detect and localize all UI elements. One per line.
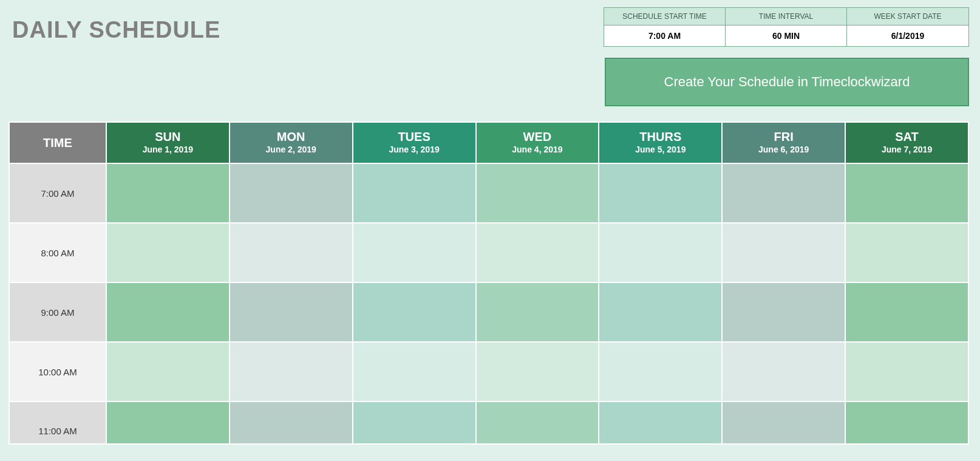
day-date: June 1, 2019: [107, 144, 229, 156]
settings-col-week-start-date: WEEK START DATE 6/1/2019: [847, 8, 968, 46]
day-abbr: FRI: [723, 129, 845, 144]
schedule-cell[interactable]: [476, 282, 599, 342]
schedule-cell[interactable]: [722, 401, 845, 444]
schedule-cell[interactable]: [599, 401, 722, 444]
day-header-sun: SUN June 1, 2019: [106, 122, 230, 163]
table-row: 9:00 AM: [9, 282, 968, 342]
settings-header: WEEK START DATE: [847, 8, 968, 26]
schedule-cell[interactable]: [476, 163, 599, 223]
schedule-table: TIME SUN June 1, 2019 MON June 2, 2019 T…: [9, 121, 969, 445]
day-header-mon: MON June 2, 2019: [230, 122, 353, 163]
schedule-cell[interactable]: [722, 223, 845, 282]
day-header-thurs: THURS June 5, 2019: [599, 122, 722, 163]
schedule-cell[interactable]: [476, 401, 599, 444]
settings-col-time-interval: TIME INTERVAL 60 MIN: [726, 8, 847, 46]
day-header-tues: TUES June 3, 2019: [353, 122, 476, 163]
schedule-cell[interactable]: [106, 223, 230, 282]
day-abbr: THURS: [599, 129, 721, 144]
day-date: June 4, 2019: [477, 144, 599, 156]
table-row: 10:00 AM: [9, 342, 968, 401]
schedule-cell[interactable]: [845, 223, 968, 282]
settings-col-start-time: SCHEDULE START TIME 7:00 AM: [604, 8, 726, 46]
schedule-cell[interactable]: [599, 163, 722, 223]
table-row: 7:00 AM: [9, 163, 968, 223]
schedule-cell[interactable]: [230, 282, 353, 342]
day-header-fri: FRI June 6, 2019: [722, 122, 845, 163]
schedule-cell[interactable]: [106, 401, 230, 444]
schedule-cell[interactable]: [353, 401, 476, 444]
schedule-cell[interactable]: [353, 223, 476, 282]
time-column-header: TIME: [9, 122, 106, 163]
schedule-cell[interactable]: [845, 163, 968, 223]
settings-value[interactable]: 6/1/2019: [847, 26, 968, 46]
day-header-sat: SAT June 7, 2019: [845, 122, 968, 163]
day-abbr: SAT: [846, 129, 968, 144]
schedule-cell[interactable]: [353, 342, 476, 401]
schedule-cell[interactable]: [353, 282, 476, 342]
day-date: June 2, 2019: [230, 144, 352, 156]
header-row: TIME SUN June 1, 2019 MON June 2, 2019 T…: [9, 122, 968, 163]
schedule-cell[interactable]: [230, 342, 353, 401]
time-label: 7:00 AM: [9, 163, 106, 223]
schedule-cell[interactable]: [722, 342, 845, 401]
time-label: 9:00 AM: [9, 282, 106, 342]
day-date: June 3, 2019: [353, 144, 475, 156]
settings-header: SCHEDULE START TIME: [604, 8, 725, 26]
time-label: 10:00 AM: [9, 342, 106, 401]
settings-value[interactable]: 7:00 AM: [604, 26, 725, 46]
create-schedule-button[interactable]: Create Your Schedule in Timeclockwizard: [605, 58, 969, 106]
day-abbr: SUN: [107, 129, 229, 144]
settings-table: SCHEDULE START TIME 7:00 AM TIME INTERVA…: [604, 7, 969, 47]
day-date: June 6, 2019: [723, 144, 845, 156]
schedule-cell[interactable]: [230, 163, 353, 223]
schedule-cell[interactable]: [106, 163, 230, 223]
schedule-cell[interactable]: [845, 282, 968, 342]
schedule-cell[interactable]: [230, 223, 353, 282]
page-title: DAILY SCHEDULE: [12, 17, 220, 43]
time-label: 11:00 AM: [9, 401, 106, 444]
table-row: 8:00 AM: [9, 223, 968, 282]
schedule-cell[interactable]: [106, 342, 230, 401]
day-date: June 5, 2019: [599, 144, 721, 156]
day-date: June 7, 2019: [846, 144, 968, 156]
schedule-cell[interactable]: [106, 282, 230, 342]
table-row: 11:00 AM: [9, 401, 968, 444]
settings-value[interactable]: 60 MIN: [726, 26, 846, 46]
schedule-cell[interactable]: [353, 163, 476, 223]
day-abbr: MON: [230, 129, 352, 144]
schedule-cell[interactable]: [845, 342, 968, 401]
schedule-cell[interactable]: [722, 282, 845, 342]
schedule-cell[interactable]: [230, 401, 353, 444]
day-abbr: TUES: [353, 129, 475, 144]
schedule-cell[interactable]: [476, 342, 599, 401]
schedule-cell[interactable]: [476, 223, 599, 282]
schedule-cell[interactable]: [845, 401, 968, 444]
schedule-cell[interactable]: [599, 223, 722, 282]
schedule-cell[interactable]: [599, 282, 722, 342]
schedule-cell[interactable]: [722, 163, 845, 223]
day-abbr: WED: [477, 129, 599, 144]
time-label: 8:00 AM: [9, 223, 106, 282]
schedule-cell[interactable]: [599, 342, 722, 401]
settings-header: TIME INTERVAL: [726, 8, 846, 26]
day-header-wed: WED June 4, 2019: [476, 122, 599, 163]
